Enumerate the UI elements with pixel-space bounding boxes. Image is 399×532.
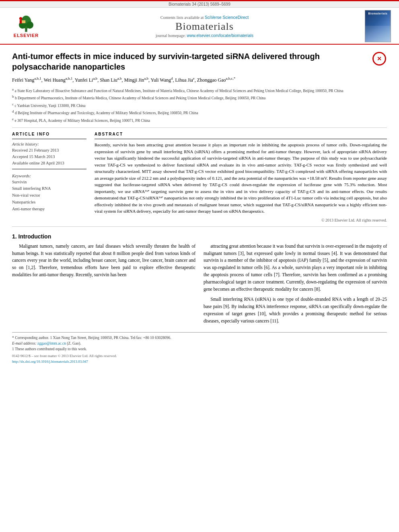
crossmark-x: ✕ [377, 55, 382, 62]
affil-d: d d Beijing Institute of Pharmacology an… [12, 109, 387, 116]
email-link[interactable]: zggao@imm.ac.cn [37, 341, 66, 345]
cover-decoration [365, 26, 391, 42]
keyword-nonviral: Non-viral vector [12, 192, 86, 199]
intro-para-2: attracting great attention because it wa… [204, 243, 387, 293]
cover-title-text: Biomaterials [368, 12, 387, 15]
keyword-nanoparticles: Nanoparticles [12, 199, 86, 206]
abstract-text: Recently, survivin has been attracting g… [95, 142, 387, 215]
abstract-col: ABSTRACT Recently, survivin has been att… [95, 132, 387, 222]
svg-rect-5 [20, 20, 22, 23]
crossmark-badge[interactable]: ✕ [372, 51, 387, 66]
keywords-section: Keywords: Survivin Small interfering RNA… [12, 173, 86, 213]
affil-a: a a State Key Laboratory of Bioactive Su… [12, 87, 387, 94]
journal-homepage: journal homepage: www.elsevier.com/locat… [48, 33, 361, 38]
main-content: Anti-tumor effects in mice induced by su… [0, 45, 399, 372]
received-date: Received 21 February 2013 Accepted 15 Ma… [12, 147, 86, 166]
elsevier-logo: ELSEVIER [8, 15, 44, 38]
footer-notes: * Corresponding author. 1 Xian Nong Tan … [12, 332, 387, 365]
authors-line: Feifei Yanga,b,1, Wei Huanga,b,1, Yunfei… [12, 76, 387, 84]
equal-contrib-note: 1 These authors contributed equally to t… [12, 346, 387, 352]
affil-c: c c Yanbian University, Yanji 133000, PR… [12, 102, 387, 109]
journal-center: Contents lists available at SciVerse Sci… [44, 15, 365, 38]
article-info-heading: ARTICLE INFO [12, 132, 86, 136]
keywords-label: Keywords: [12, 173, 86, 178]
journal-cover-image: Biomaterials [365, 10, 391, 42]
corresponding-note: * Corresponding author. 1 Xian Nong Tan … [12, 335, 387, 341]
email-note: E-mail address: zggao@imm.ac.cn (Z. Gao)… [12, 341, 387, 346]
elsevier-tree-icon [14, 15, 38, 33]
section-divider [12, 127, 387, 128]
crossmark-icon: ✕ [372, 52, 386, 66]
svg-rect-6 [22, 20, 25, 23]
journal-name: Biomaterials [48, 21, 361, 33]
affiliations-block: a a State Key Laboratory of Bioactive Su… [12, 87, 387, 123]
page-wrapper: Biomaterials 34 (2013) 5689–5699 ELSEVIE… [0, 0, 399, 532]
intro-para-3: Small interfering RNA (siRNA) is one typ… [204, 296, 387, 325]
abstract-heading: ABSTRACT [95, 132, 387, 136]
citation-bar: Biomaterials 34 (2013) 5689–5699 [0, 0, 399, 8]
copyright-text: © 2013 Elsevier Ltd. All rights reserved… [95, 218, 387, 222]
keyword-sirna: Small interfering RNA [12, 185, 86, 192]
info-abstract-section: ARTICLE INFO Article history: Received 2… [12, 132, 387, 222]
homepage-text-static: journal homepage: [156, 33, 187, 38]
article-title-section: Anti-tumor effects in mice induced by su… [12, 51, 387, 72]
keyword-antitumor: Anti-tumor therapy [12, 206, 86, 213]
issn-line: 0142-9612/$ – see front matter © 2013 El… [12, 353, 387, 364]
journal-header: ELSEVIER Contents lists available at Sci… [0, 8, 399, 45]
svg-point-4 [19, 17, 22, 20]
intro-para-1: Malignant tumors, namely cancers, are fa… [12, 243, 195, 279]
homepage-link[interactable]: www.elsevier.com/locate/biomaterials [187, 33, 253, 38]
intro-right-col: attracting great attention because it wa… [204, 243, 387, 328]
elsevier-wordmark: ELSEVIER [14, 33, 39, 38]
intro-heading: 1. Introduction [12, 233, 387, 240]
svg-point-3 [26, 21, 33, 29]
history-label: Article history: [12, 142, 86, 146]
sciverse-line: Contents lists available at SciVerse Sci… [48, 15, 361, 20]
body-divider [12, 226, 387, 227]
introduction-section: 1. Introduction Malignant tumors, namely… [12, 233, 387, 365]
info-divider [12, 139, 86, 139]
sciverse-prefix: Contents lists available at [160, 15, 204, 20]
keywords-divider [12, 169, 86, 169]
keyword-survivin: Survivin [12, 179, 86, 186]
doi-link[interactable]: http://dx.doi.org/10.1016/j.biomaterials… [12, 359, 88, 364]
abstract-divider [95, 139, 387, 139]
sciverse-link[interactable]: SciVerse ScienceDirect [205, 15, 249, 20]
citation-text: Biomaterials 34 (2013) 5689–5699 [169, 2, 230, 6]
article-title: Anti-tumor effects in mice induced by su… [12, 51, 368, 72]
intro-body-cols: Malignant tumors, namely cancers, are fa… [12, 243, 387, 328]
affil-e: e e 307 Hospital, PLA, Academy of Milita… [12, 117, 387, 123]
article-info-col: ARTICLE INFO Article history: Received 2… [12, 132, 86, 222]
intro-left-col: Malignant tumors, namely cancers, are fa… [12, 243, 195, 328]
affil-b: b b Department of Pharmaceutics, Institu… [12, 94, 387, 101]
